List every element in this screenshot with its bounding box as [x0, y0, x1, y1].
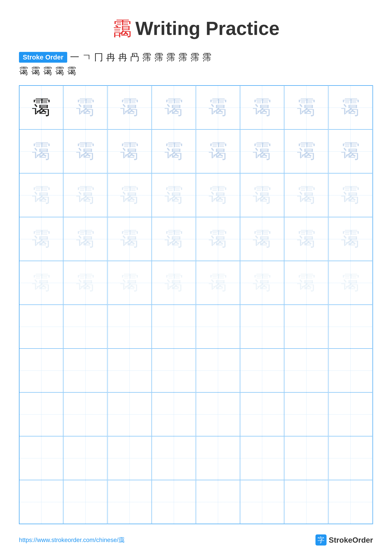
grid-cell-char: 霭: [120, 142, 139, 161]
grid-cell: [108, 349, 151, 392]
grid-cell: [64, 436, 107, 480]
title-chinese-char: 靄: [113, 18, 132, 39]
grid-cell: [284, 305, 328, 349]
grid-cell: 霭: [284, 86, 328, 129]
grid-cell: [152, 392, 196, 436]
grid-cell: [152, 480, 196, 524]
stroke-char-13: 霭: [19, 65, 28, 77]
grid-cell: 霭: [64, 129, 107, 173]
grid-cell: [64, 480, 107, 524]
stroke-char-1: 一: [70, 51, 79, 63]
grid-cell: [328, 392, 372, 436]
grid-cell-char: 霭: [341, 186, 360, 205]
grid-cell: [240, 480, 284, 524]
grid-cell: [196, 305, 240, 349]
grid-cell: 霭: [152, 173, 196, 217]
grid-cell-char: 霭: [164, 273, 183, 292]
stroke-char-9: 霈: [166, 51, 175, 63]
stroke-order-badge: Stroke Order: [19, 52, 67, 63]
grid-cell: 霭: [108, 217, 151, 261]
footer-url[interactable]: https://www.strokeorder.com/chinese/靄: [19, 536, 124, 544]
grid-cell: [240, 305, 284, 349]
grid-cell: 霭: [64, 86, 107, 129]
grid-cell: 霭: [284, 217, 328, 261]
grid-cell-char: 霭: [76, 186, 95, 205]
grid-cell: 霭: [240, 86, 284, 129]
grid-cell-char: 霭: [164, 230, 183, 248]
grid-cell: 霭: [19, 86, 63, 129]
stroke-char-17: 霭: [67, 65, 76, 77]
grid-cell-char: 霭: [120, 230, 139, 248]
grid-cell: 霭: [284, 261, 328, 305]
grid-cell-char: 霭: [341, 98, 360, 117]
grid-cell-char: 霭: [253, 98, 271, 117]
grid-cell-char: 霭: [76, 230, 95, 248]
grid-cell-char: 霭: [32, 186, 51, 205]
grid-cell-char: 霭: [253, 230, 271, 248]
stroke-char-12: 霈: [202, 51, 211, 63]
grid-cell: 霭: [64, 217, 107, 261]
brand-icon: 字: [315, 534, 327, 546]
grid-cell: 霭: [64, 173, 107, 217]
grid-cell-char: 霭: [164, 186, 183, 205]
grid-cell-char: 霭: [76, 142, 95, 161]
grid-cell-char: 霭: [32, 273, 51, 292]
footer: https://www.strokeorder.com/chinese/靄 字 …: [19, 534, 373, 546]
grid-cell: [196, 436, 240, 480]
grid-cell-char: 霭: [32, 230, 51, 248]
grid-cell: 霭: [284, 129, 328, 173]
grid-cell-char: 霭: [208, 230, 227, 248]
grid-cell-char: 霭: [297, 98, 316, 117]
brand-name: StrokeOrder: [329, 536, 373, 544]
grid-cell: 霭: [152, 86, 196, 129]
grid-cell: [19, 480, 63, 524]
grid-cell-char: 霭: [208, 142, 227, 161]
grid-cell-char: 霭: [76, 273, 95, 292]
grid-cell: 霭: [152, 217, 196, 261]
grid-cell: 霭: [64, 261, 107, 305]
page-title: Writing Practice: [135, 18, 279, 39]
grid-cell: [196, 480, 240, 524]
grid-cell: 霭: [240, 217, 284, 261]
grid-cell: [19, 349, 63, 392]
grid-cell: [240, 349, 284, 392]
grid-cell: 霭: [196, 261, 240, 305]
grid-cell-char: 霭: [208, 186, 227, 205]
grid-cell: 霭: [328, 261, 372, 305]
grid-cell: 霭: [152, 129, 196, 173]
grid-cell-char: 霭: [208, 98, 227, 117]
grid-cell: 霭: [240, 261, 284, 305]
stroke-order-section: Stroke Order 一 ㄱ 冂 冉 冉 冎 霈 霈 霈 霈 霈 霈 霭 霭…: [19, 51, 373, 77]
grid-cell-char: 霭: [297, 273, 316, 292]
grid-cell: 霭: [284, 173, 328, 217]
grid-cell-char: 霭: [341, 230, 360, 248]
title-area: 靄 Writing Practice: [19, 16, 373, 42]
grid-cell: [108, 392, 151, 436]
stroke-char-10: 霈: [178, 51, 187, 63]
grid-cell: [19, 305, 63, 349]
grid-cell: 霭: [196, 86, 240, 129]
grid-cell: [328, 305, 372, 349]
grid-cell: 霭: [108, 261, 151, 305]
grid-cell: [284, 349, 328, 392]
grid-cell: 霭: [328, 217, 372, 261]
stroke-char-2: ㄱ: [82, 51, 91, 63]
grid-cell-char: 霭: [341, 273, 360, 292]
grid-cell: 霭: [19, 261, 63, 305]
stroke-char-5: 冉: [118, 51, 127, 63]
grid-cell: 霭: [328, 173, 372, 217]
grid-cell-char: 霭: [253, 273, 271, 292]
footer-brand: 字 StrokeOrder: [315, 534, 373, 546]
grid-cell: [328, 349, 372, 392]
grid-cell: [196, 349, 240, 392]
grid-cell: [196, 392, 240, 436]
grid-cell-char: 霭: [120, 186, 139, 205]
grid-cell: [19, 392, 63, 436]
grid-cell: 霭: [108, 129, 151, 173]
grid-cell: [152, 305, 196, 349]
grid-cell: [152, 436, 196, 480]
stroke-line1: Stroke Order 一 ㄱ 冂 冉 冉 冎 霈 霈 霈 霈 霈 霈: [19, 51, 373, 63]
grid-cell: [64, 305, 107, 349]
grid-cell-char: 霭: [208, 273, 227, 292]
grid-cell: 霭: [19, 173, 63, 217]
